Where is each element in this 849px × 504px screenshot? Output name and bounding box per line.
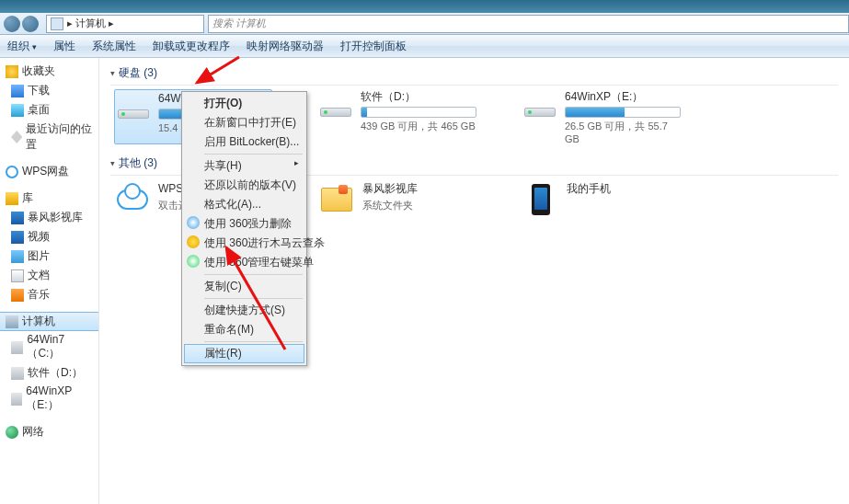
address-path: ▸ 计算机 ▸ — [67, 17, 114, 30]
menu-item[interactable]: 属性(R) — [184, 344, 304, 363]
window-title-bar — [0, 0, 849, 13]
document-icon — [11, 269, 24, 282]
sidebar-network[interactable]: 网络 — [0, 422, 98, 441]
menu-icon — [187, 235, 200, 248]
back-button[interactable] — [4, 16, 20, 32]
sidebar-item-label: 音乐 — [28, 287, 50, 303]
sidebar-item-label: 软件（D:） — [28, 365, 83, 381]
sidebar-item-drive-c[interactable]: 64Win7（C:） — [0, 331, 98, 363]
video-icon — [11, 231, 24, 244]
sidebar-item-stormvideo[interactable]: 暴风影视库 — [0, 208, 98, 227]
drive-icon — [11, 393, 22, 406]
toolbar-properties[interactable]: 属性 — [53, 39, 75, 54]
drive-d[interactable]: 软件（D:） 439 GB 可用，共 465 GB — [318, 89, 476, 144]
sidebar-computer[interactable]: 计算机 — [0, 312, 98, 331]
sidebar-item-music[interactable]: 音乐 — [0, 285, 98, 304]
drive-usage-bar — [361, 107, 476, 118]
toolbar-control-panel[interactable]: 打开控制面板 — [340, 39, 407, 54]
sidebar-item-label: 视频 — [28, 229, 50, 245]
menu-item[interactable]: 在新窗口中打开(E) — [184, 113, 304, 132]
drive-label: 软件（D:） — [361, 89, 476, 105]
search-placeholder: 搜索 计算机 — [212, 17, 266, 30]
folder-icon — [318, 181, 355, 218]
drive-icon — [11, 367, 24, 380]
menu-item[interactable]: 重命名(M) — [184, 320, 304, 339]
sidebar-item-video[interactable]: 视频 — [0, 227, 98, 246]
menu-separator — [204, 298, 303, 299]
sidebar-favorites[interactable]: 收藏夹 — [0, 62, 98, 81]
download-icon — [11, 85, 24, 97]
toolbar: 组织 属性 系统属性 卸载或更改程序 映射网络驱动器 打开控制面板 — [0, 35, 849, 58]
sidebar-item-label: 图片 — [28, 248, 50, 264]
section-label: 其他 (3) — [119, 155, 157, 171]
sidebar-item-label: 暴风影视库 — [28, 210, 83, 225]
menu-separator — [204, 274, 303, 275]
sidebar-wps[interactable]: WPS网盘 — [0, 162, 98, 181]
sidebar-item-drive-d[interactable]: 软件（D:） — [0, 363, 98, 383]
toolbar-system-properties[interactable]: 系统属性 — [92, 39, 136, 54]
toolbar-map-drive[interactable]: 映射网络驱动器 — [247, 39, 324, 54]
sidebar-item-label: 下载 — [28, 83, 50, 98]
item-sub: 系统文件夹 — [362, 199, 476, 212]
video-icon — [11, 212, 24, 224]
nav-bar: ▸ 计算机 ▸ 搜索 计算机 — [0, 13, 849, 35]
sidebar-item-desktop[interactable]: 桌面 — [0, 100, 98, 120]
cloud-icon — [6, 166, 18, 178]
sidebar-item-label: 计算机 — [22, 314, 55, 329]
sidebar-item-downloads[interactable]: 下载 — [0, 81, 98, 100]
pc-icon — [6, 315, 18, 328]
menu-item[interactable]: 打开(O) — [184, 94, 304, 113]
menu-item[interactable]: 格式化(A)... — [184, 195, 304, 214]
sidebar-item-label: 桌面 — [28, 102, 50, 118]
item-label: 我的手机 — [567, 181, 681, 197]
drive-free-text: 26.5 GB 可用，共 55.7 GB — [565, 120, 681, 144]
context-menu: 打开(O)在新窗口中打开(E)启用 BitLocker(B)...共享(H)还原… — [181, 91, 307, 366]
search-input[interactable]: 搜索 计算机 — [208, 15, 849, 33]
drive-icon — [11, 341, 23, 354]
menu-item[interactable]: 复制(C) — [184, 277, 304, 296]
library-icon — [6, 192, 18, 205]
menu-item[interactable]: 使用 360进行木马云查杀 — [184, 234, 304, 253]
sidebar-item-recent[interactable]: 最近访问的位置 — [0, 120, 98, 155]
picture-icon — [11, 250, 24, 263]
sidebar-item-drive-e[interactable]: 64WinXP（E:） — [0, 383, 98, 415]
menu-item[interactable]: 创建快捷方式(S) — [184, 301, 304, 320]
other-myphone[interactable]: 我的手机 — [522, 181, 681, 218]
recent-icon — [11, 131, 22, 143]
drive-e[interactable]: 64WinXP（E:） 26.5 GB 可用，共 55.7 GB — [522, 89, 681, 144]
sidebar: 收藏夹 下载 桌面 最近访问的位置 WPS网盘 库 暴风影视库 视频 图片 文档… — [0, 58, 99, 504]
menu-item[interactable]: 使用 360强力删除 — [184, 214, 304, 234]
sidebar-item-label: 64Win7（C:） — [27, 333, 95, 361]
sidebar-item-pictures[interactable]: 图片 — [0, 246, 98, 266]
toolbar-organize[interactable]: 组织 — [7, 39, 37, 54]
menu-separator — [204, 154, 303, 155]
menu-item[interactable]: 启用 BitLocker(B)... — [184, 132, 304, 152]
menu-item[interactable]: 共享(H) — [184, 156, 304, 176]
sidebar-item-label: 文档 — [28, 268, 50, 283]
drive-free-text: 439 GB 可用，共 465 GB — [361, 120, 476, 133]
toolbar-uninstall[interactable]: 卸载或更改程序 — [153, 39, 230, 54]
sidebar-item-label: WPS网盘 — [22, 164, 69, 179]
sidebar-item-documents[interactable]: 文档 — [0, 266, 98, 285]
address-bar[interactable]: ▸ 计算机 ▸ — [46, 15, 204, 33]
item-label: 暴风影视库 — [362, 181, 476, 197]
pc-icon — [51, 17, 63, 30]
hdd-icon — [318, 89, 355, 119]
hdd-icon — [522, 89, 559, 119]
menu-item[interactable]: 使用 360管理右键菜单 — [184, 253, 304, 272]
other-stormvideo[interactable]: 暴风影视库 系统文件夹 — [318, 181, 476, 218]
section-label: 硬盘 (3) — [119, 65, 157, 81]
menu-icon — [187, 255, 200, 268]
phone-icon — [522, 181, 559, 218]
section-drives[interactable]: 硬盘 (3) — [110, 62, 838, 86]
network-icon — [6, 426, 18, 439]
menu-item[interactable]: 还原以前的版本(V) — [184, 176, 304, 195]
sidebar-item-label: 64WinXP（E:） — [26, 384, 95, 413]
sidebar-libraries[interactable]: 库 — [0, 189, 98, 208]
menu-icon — [187, 216, 200, 229]
sidebar-item-label: 网络 — [22, 424, 44, 440]
star-icon — [6, 65, 18, 78]
sidebar-item-label: 库 — [22, 190, 33, 206]
forward-button[interactable] — [22, 16, 39, 32]
sidebar-item-label: 收藏夹 — [22, 63, 55, 79]
